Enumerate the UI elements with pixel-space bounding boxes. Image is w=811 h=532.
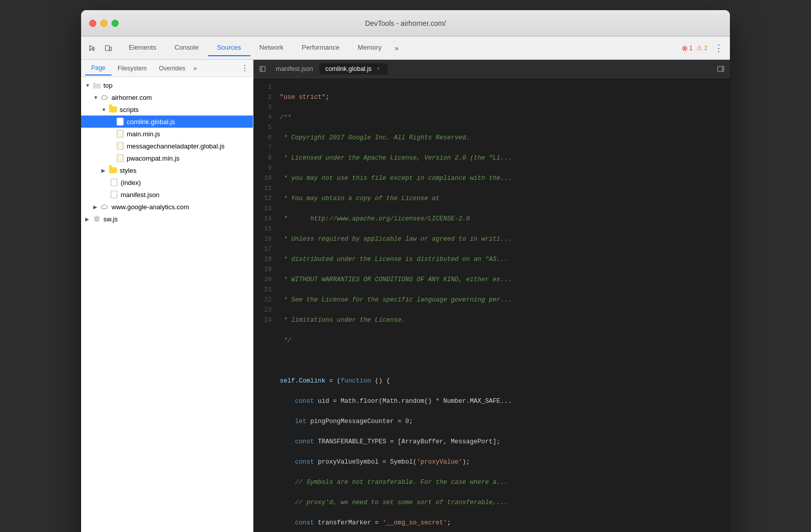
tree-label-top: top (103, 82, 113, 89)
sidebar-tabs: Page Filesystem Overrides » ⋮ (81, 60, 253, 77)
tree-item-google-analytics[interactable]: ▶ www.google-analytics.com (81, 201, 253, 213)
tree-label-google-analytics: www.google-analytics.com (112, 203, 189, 211)
editor-tab-manifest-label: manifest.json (276, 65, 313, 72)
warning-icon: ⚠ (696, 44, 703, 52)
svg-rect-7 (117, 142, 123, 149)
tree-item-pwacompat[interactable]: pwacompat.min.js (81, 152, 253, 164)
tree-item-index[interactable]: (index) (81, 176, 253, 188)
tree-arrow-sw: ▶ (85, 216, 92, 222)
tab-performance[interactable]: Performance (292, 40, 348, 56)
tab-elements[interactable]: Elements (120, 40, 165, 56)
file-icon-manifest (109, 190, 119, 199)
sidebar-tab-overrides[interactable]: Overrides (153, 62, 191, 75)
toolbar-icons (85, 41, 116, 55)
svg-rect-12 (260, 66, 265, 71)
tree-label-main-min: main.min.js (127, 130, 160, 138)
editor-tab-comlink-label: comlink.global.js (325, 65, 372, 72)
tree-item-airhorner[interactable]: ▼ airhorner.com (81, 91, 253, 103)
tree-label-styles: styles (120, 167, 136, 174)
toolbar-tabs: Elements Console Sources Network Perform… (120, 40, 682, 56)
js-file-icon-comlink (116, 117, 125, 126)
main-content: Page Filesystem Overrides » ⋮ ▼ top (81, 60, 730, 532)
cloud-icon-airhorner (100, 93, 109, 102)
svg-rect-0 (105, 46, 109, 51)
gear-icon-sw (92, 214, 101, 223)
editor-tabs-bar: manifest.json comlink.global.js × (253, 60, 730, 78)
svg-rect-9 (111, 179, 117, 186)
device-toggle-icon[interactable] (101, 41, 116, 55)
tree-label-scripts: scripts (120, 106, 139, 113)
warning-badge: ⚠ 2 (696, 44, 708, 52)
svg-point-11 (96, 218, 98, 220)
editor-area: manifest.json comlink.global.js × 1 2 3 … (253, 60, 730, 532)
sidebar-options-button[interactable]: ⋮ (241, 63, 249, 73)
editor-tab-manifest[interactable]: manifest.json (270, 63, 319, 74)
window-title: DevTools - airhorner.com/ (365, 19, 446, 27)
svg-rect-1 (109, 47, 112, 51)
tree-arrow-airhorner: ▼ (93, 95, 100, 100)
cloud-icon-google-analytics (100, 202, 109, 211)
code-container[interactable]: 1 2 3 4 5 6 7 8 9 10 11 12 13 14 15 16 1 (253, 78, 730, 532)
tree-item-scripts[interactable]: ▼ scripts (81, 103, 253, 116)
svg-rect-8 (117, 155, 123, 162)
more-options-button[interactable]: ⋮ (712, 41, 726, 55)
tree-arrow-google-analytics: ▶ (93, 204, 100, 210)
sidebar-tabs-more[interactable]: » (193, 65, 197, 72)
tree-item-message-adapter[interactable]: messagechanneladapter.global.js (81, 140, 253, 152)
tree-label-manifest: manifest.json (121, 191, 160, 199)
tab-sources[interactable]: Sources (208, 40, 250, 56)
tree-label-comlink: comlink.global.js (127, 118, 175, 126)
line-numbers: 1 2 3 4 5 6 7 8 9 10 11 12 13 14 15 16 1 (253, 78, 278, 532)
toolbar-right: ⊗ 1 ⚠ 2 ⋮ (682, 41, 726, 55)
tree-item-main-min[interactable]: main.min.js (81, 128, 253, 140)
error-count: 1 (689, 45, 693, 52)
tree-item-styles[interactable]: ▶ styles (81, 164, 253, 176)
warning-count: 2 (704, 45, 708, 52)
tree-arrow-styles: ▶ (101, 168, 108, 173)
tab-memory[interactable]: Memory (349, 40, 391, 56)
toolbar: Elements Console Sources Network Perform… (81, 36, 730, 60)
svg-rect-3 (93, 83, 96, 85)
close-button[interactable] (89, 20, 96, 27)
editor-tab-close-comlink[interactable]: × (375, 65, 382, 72)
tree-label-pwacompat: pwacompat.min.js (127, 155, 179, 162)
tree-item-manifest[interactable]: manifest.json (81, 188, 253, 201)
tree-item-top[interactable]: ▼ top (81, 79, 253, 91)
folder-icon-scripts (108, 105, 118, 114)
tree-label-airhorner: airhorner.com (112, 94, 152, 101)
tree-label-sw: sw.js (103, 215, 118, 223)
tree-label-index: (index) (121, 179, 141, 186)
error-badge: ⊗ 1 (682, 44, 693, 52)
editor-panel-toggle[interactable] (714, 62, 728, 76)
tree-item-sw[interactable]: ▶ sw.js (81, 213, 253, 225)
svg-rect-10 (111, 191, 117, 198)
minimize-button[interactable] (100, 20, 107, 27)
inspect-icon[interactable] (85, 41, 99, 55)
file-icon-index (109, 178, 119, 187)
toolbar-more-tabs[interactable]: » (391, 42, 403, 54)
svg-rect-4 (117, 118, 123, 125)
folder-icon-styles (108, 166, 118, 175)
code-content[interactable]: "use strict"; /** * Copyright 2017 Googl… (278, 78, 730, 532)
js-file-icon-message (116, 141, 125, 150)
tree-item-comlink[interactable]: comlink.global.js (81, 116, 253, 128)
sidebar-tab-page[interactable]: Page (85, 61, 112, 75)
traffic-lights (89, 20, 119, 27)
tab-network[interactable]: Network (250, 40, 293, 56)
svg-rect-6 (117, 130, 123, 137)
titlebar: DevTools - airhorner.com/ (81, 10, 730, 36)
devtools-window: DevTools - airhorner.com/ Elements Conso… (81, 10, 730, 532)
editor-toggle-left[interactable] (255, 62, 270, 76)
sidebar: Page Filesystem Overrides » ⋮ ▼ top (81, 60, 253, 532)
tree-arrow-top: ▼ (85, 83, 92, 88)
error-icon: ⊗ (682, 44, 688, 52)
editor-tab-comlink[interactable]: comlink.global.js × (319, 63, 388, 74)
tree-arrow-scripts: ▼ (101, 107, 108, 112)
maximize-button[interactable] (112, 20, 119, 27)
sidebar-tree: ▼ top ▼ airhorner.com (81, 77, 253, 532)
sidebar-tab-filesystem[interactable]: Filesystem (112, 62, 153, 75)
tree-label-message-adapter: messagechanneladapter.global.js (127, 142, 225, 150)
tab-console[interactable]: Console (165, 40, 208, 56)
folder-icon-top (92, 81, 101, 90)
js-file-icon-main (116, 129, 125, 138)
